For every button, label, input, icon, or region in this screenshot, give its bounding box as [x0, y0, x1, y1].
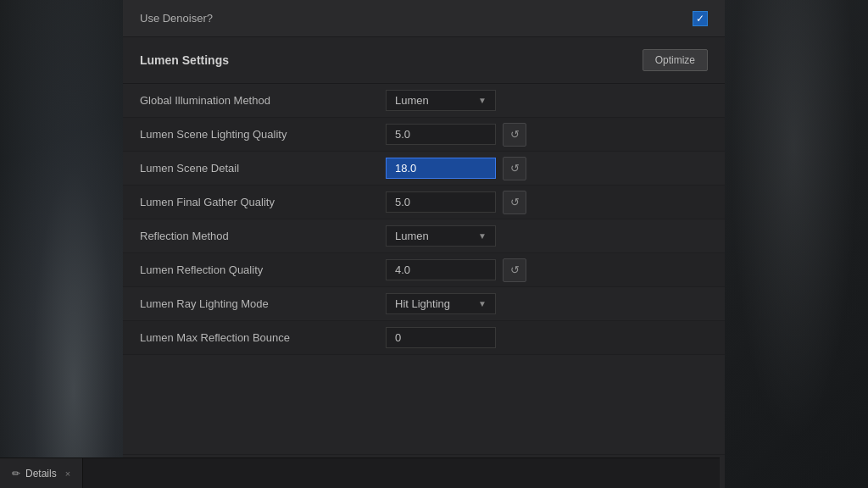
number-input-lumen-max-reflection-bounce[interactable]: 0	[386, 327, 496, 348]
details-tab-close[interactable]: ×	[65, 469, 70, 479]
dropdown-text-global-illumination-method: Lumen	[395, 94, 471, 107]
setting-control-reflection-method: Lumen▼	[386, 225, 716, 247]
use-denoiser-label: Use Denoiser?	[140, 12, 684, 25]
setting-row-reflection-method: Reflection MethodLumen▼	[123, 219, 725, 253]
details-tab[interactable]: ✏ Details ×	[0, 458, 83, 488]
reset-button-lumen-scene-detail[interactable]: ↺	[503, 157, 526, 180]
setting-label-global-illumination-method: Global Illumination Method	[140, 94, 386, 107]
use-denoiser-checkbox[interactable]: ✓	[693, 11, 708, 26]
right-decorative-panel	[720, 0, 868, 488]
number-input-lumen-final-gather-quality[interactable]: 5.0	[386, 191, 496, 213]
use-denoiser-checkbox-wrapper[interactable]: ✓	[693, 11, 708, 26]
setting-control-lumen-max-reflection-bounce: 0	[386, 327, 716, 348]
setting-control-lumen-scene-lighting-quality: 5.0↺	[386, 123, 716, 147]
setting-row-lumen-scene-detail: Lumen Scene Detail18.0↺	[123, 152, 725, 186]
settings-panel: Use Denoiser? ✓ Lumen Settings Optimize …	[123, 0, 725, 488]
setting-label-lumen-scene-detail: Lumen Scene Detail	[140, 162, 386, 175]
reset-button-lumen-reflection-quality[interactable]: ↺	[503, 258, 526, 282]
number-input-lumen-scene-lighting-quality[interactable]: 5.0	[386, 124, 496, 145]
dropdown-arrow-icon-reflection-method: ▼	[478, 231, 487, 241]
setting-row-lumen-ray-lighting-mode: Lumen Ray Lighting ModeHit Lighting▼	[123, 287, 725, 321]
setting-control-lumen-final-gather-quality: 5.0↺	[386, 191, 716, 214]
setting-label-reflection-method: Reflection Method	[140, 230, 386, 242]
setting-label-lumen-reflection-quality: Lumen Reflection Quality	[140, 263, 386, 276]
checkmark-icon: ✓	[696, 13, 704, 25]
dropdown-reflection-method[interactable]: Lumen▼	[386, 225, 496, 247]
setting-label-lumen-max-reflection-bounce: Lumen Max Reflection Bounce	[140, 331, 386, 344]
number-input-lumen-reflection-quality[interactable]: 4.0	[386, 259, 496, 280]
dropdown-text-reflection-method: Lumen	[395, 230, 471, 242]
settings-rows-container: Global Illumination MethodLumen▼Lumen Sc…	[123, 84, 725, 454]
number-input-lumen-scene-detail[interactable]: 18.0	[386, 158, 496, 179]
setting-control-lumen-scene-detail: 18.0↺	[386, 157, 716, 180]
setting-control-lumen-reflection-quality: 4.0↺	[386, 258, 716, 282]
setting-control-global-illumination-method: Lumen▼	[386, 90, 716, 111]
setting-row-lumen-reflection-quality: Lumen Reflection Quality4.0↺	[123, 253, 725, 287]
setting-label-lumen-ray-lighting-mode: Lumen Ray Lighting Mode	[140, 297, 386, 310]
dropdown-lumen-ray-lighting-mode[interactable]: Hit Lighting▼	[386, 293, 496, 314]
setting-row-global-illumination-method: Global Illumination MethodLumen▼	[123, 84, 725, 118]
dropdown-arrow-icon-lumen-ray-lighting-mode: ▼	[478, 299, 487, 308]
setting-row-lumen-scene-lighting-quality: Lumen Scene Lighting Quality5.0↺	[123, 118, 725, 152]
use-denoiser-row: Use Denoiser? ✓	[123, 0, 725, 37]
reset-button-lumen-final-gather-quality[interactable]: ↺	[503, 191, 526, 214]
setting-label-lumen-final-gather-quality: Lumen Final Gather Quality	[140, 196, 386, 208]
left-decorative-panel	[0, 0, 123, 488]
dropdown-arrow-icon-global-illumination-method: ▼	[478, 96, 487, 105]
reset-button-lumen-scene-lighting-quality[interactable]: ↺	[503, 123, 526, 147]
setting-row-lumen-max-reflection-bounce: Lumen Max Reflection Bounce0	[123, 321, 725, 355]
details-tab-icon: ✏	[12, 468, 20, 480]
dropdown-text-lumen-ray-lighting-mode: Hit Lighting	[395, 297, 471, 310]
details-tab-label: Details	[25, 468, 57, 480]
dropdown-global-illumination-method[interactable]: Lumen▼	[386, 90, 496, 111]
lumen-settings-header: Lumen Settings Optimize	[123, 37, 725, 84]
setting-row-lumen-final-gather-quality: Lumen Final Gather Quality5.0↺	[123, 186, 725, 219]
tab-bar: ✏ Details ×	[0, 458, 720, 488]
optimize-button[interactable]: Optimize	[643, 49, 708, 71]
setting-label-lumen-scene-lighting-quality: Lumen Scene Lighting Quality	[140, 128, 386, 141]
section-title: Lumen Settings	[140, 53, 229, 67]
setting-control-lumen-ray-lighting-mode: Hit Lighting▼	[386, 293, 716, 314]
